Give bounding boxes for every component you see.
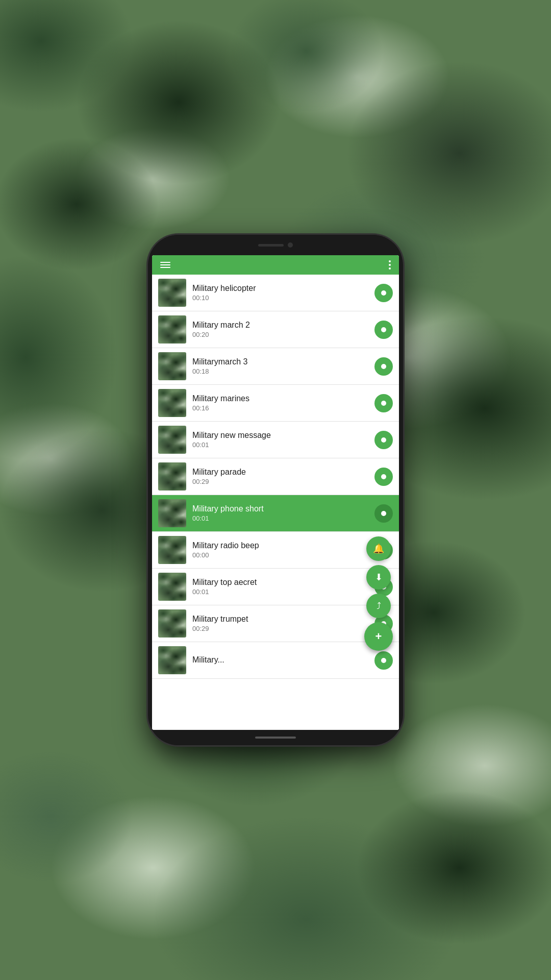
item-duration: 00:01 <box>192 588 368 596</box>
play-dot <box>381 327 386 332</box>
item-duration: 00:16 <box>192 404 368 412</box>
item-thumbnail <box>158 389 186 417</box>
download-fab[interactable]: ⬇ <box>366 565 391 590</box>
play-dot <box>381 401 386 406</box>
item-duration: 00:01 <box>192 514 368 522</box>
camo-image <box>158 499 186 527</box>
list-item[interactable]: Military... <box>152 642 399 679</box>
play-dot <box>381 437 386 443</box>
item-info: Military... <box>192 655 368 666</box>
list-item[interactable]: Military parade 00:29 <box>152 458 399 495</box>
item-info: Military helicopter 00:10 <box>192 284 368 302</box>
item-name: Military radio beep <box>192 541 368 550</box>
list-item[interactable]: Military helicopter 00:10 <box>152 275 399 311</box>
home-indicator <box>255 737 296 739</box>
item-info: Military top aecret 00:01 <box>192 578 368 596</box>
more-options-icon[interactable] <box>389 260 391 270</box>
item-duration: 00:10 <box>192 294 368 302</box>
item-duration: 00:01 <box>192 441 368 449</box>
item-thumbnail <box>158 352 186 380</box>
item-thumbnail <box>158 462 186 491</box>
play-button[interactable] <box>374 504 393 523</box>
front-camera <box>288 242 293 248</box>
item-thumbnail <box>158 499 186 527</box>
item-name: Military helicopter <box>192 284 368 293</box>
item-name: Military phone short <box>192 504 368 513</box>
play-dot <box>381 511 386 516</box>
item-thumbnail <box>158 573 186 601</box>
item-duration: 00:00 <box>192 551 368 559</box>
item-name: Military parade <box>192 468 368 477</box>
main-fab[interactable]: + <box>364 622 393 651</box>
play-button[interactable] <box>374 284 393 302</box>
item-name: Militarymarch 3 <box>192 357 368 366</box>
list-item[interactable]: Military radio beep 00:00 <box>152 532 399 569</box>
item-thumbnail <box>158 426 186 454</box>
play-button[interactable] <box>374 321 393 339</box>
menu-icon[interactable] <box>160 262 170 268</box>
item-duration: 00:20 <box>192 331 368 338</box>
item-name: Military new message <box>192 431 368 440</box>
item-name: Military marines <box>192 394 368 403</box>
list-item[interactable]: Military phone short 00:01 <box>152 495 399 532</box>
play-button[interactable] <box>374 651 393 670</box>
camo-image <box>158 646 186 674</box>
fab-container: 🔔⬇⤴+ <box>364 536 393 651</box>
item-thumbnail <box>158 279 186 307</box>
bell-icon: 🔔 <box>373 543 384 554</box>
camo-image <box>158 389 186 417</box>
item-info: Military new message 00:01 <box>192 431 368 449</box>
item-thumbnail <box>158 315 186 344</box>
list-item[interactable]: Military march 2 00:20 <box>152 311 399 348</box>
play-button[interactable] <box>374 357 393 376</box>
play-dot <box>381 474 386 479</box>
camo-image <box>158 462 186 491</box>
list-item[interactable]: Military trumpet 00:29 <box>152 605 399 642</box>
camo-image <box>158 426 186 454</box>
item-name: Military top aecret <box>192 578 368 587</box>
plus-icon: + <box>375 630 382 643</box>
app-bar <box>152 255 399 275</box>
play-button[interactable] <box>374 468 393 486</box>
item-duration: 00:18 <box>192 368 368 375</box>
list-item[interactable]: Militarymarch 3 00:18 <box>152 348 399 385</box>
camo-image <box>158 315 186 344</box>
item-name: Military march 2 <box>192 321 368 330</box>
item-info: Military march 2 00:20 <box>192 321 368 338</box>
item-thumbnail <box>158 609 186 638</box>
camo-image <box>158 279 186 307</box>
item-info: Military marines 00:16 <box>192 394 368 412</box>
camo-image <box>158 352 186 380</box>
item-duration: 00:29 <box>192 478 368 485</box>
phone-bottom <box>148 730 403 745</box>
list-item[interactable]: Military new message 00:01 <box>152 422 399 458</box>
phone-screen: Military helicopter 00:10 Military march… <box>152 255 399 730</box>
item-name: Military... <box>192 655 368 665</box>
item-info: Military parade 00:29 <box>192 468 368 485</box>
play-dot <box>381 290 386 296</box>
camo-image <box>158 573 186 601</box>
speaker <box>258 244 284 247</box>
share-icon: ⤴ <box>377 601 381 611</box>
play-button[interactable] <box>374 431 393 449</box>
item-info: Military trumpet 00:29 <box>192 615 368 632</box>
camo-image <box>158 609 186 638</box>
item-info: Military radio beep 00:00 <box>192 541 368 559</box>
ringtone-list[interactable]: Military helicopter 00:10 Military march… <box>152 275 399 730</box>
play-button[interactable] <box>374 394 393 412</box>
download-icon: ⬇ <box>375 572 383 583</box>
item-thumbnail <box>158 536 186 564</box>
share-fab[interactable]: ⤴ <box>366 594 391 618</box>
item-info: Militarymarch 3 00:18 <box>192 357 368 375</box>
item-name: Military trumpet <box>192 615 368 624</box>
item-info: Military phone short 00:01 <box>192 504 368 522</box>
play-dot <box>381 658 386 663</box>
camo-image <box>158 536 186 564</box>
list-item[interactable]: Military marines 00:16 <box>152 385 399 422</box>
phone-notch <box>148 235 403 255</box>
phone-frame: Military helicopter 00:10 Military march… <box>148 235 403 745</box>
play-dot <box>381 364 386 369</box>
item-duration: 00:29 <box>192 625 368 632</box>
list-item[interactable]: Military top aecret 00:01 <box>152 569 399 605</box>
set-ringtone-fab[interactable]: 🔔 <box>366 536 391 561</box>
